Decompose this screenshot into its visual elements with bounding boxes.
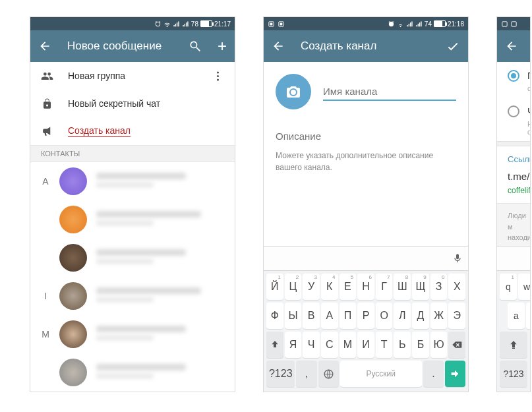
- group-icon: [41, 70, 53, 82]
- app-header: Новое сообщение +: [30, 30, 235, 62]
- key-s[interactable]: s: [526, 303, 531, 329]
- key-У[interactable]: У3: [303, 274, 320, 300]
- key-Й[interactable]: Й1: [266, 274, 283, 300]
- back-icon[interactable]: [38, 40, 51, 53]
- menu-new-secret-chat[interactable]: Новый секретный чат: [30, 90, 235, 117]
- symbols-key[interactable]: ?123: [500, 361, 527, 387]
- back-icon[interactable]: [505, 40, 518, 53]
- period-key[interactable]: .: [423, 361, 444, 387]
- contact-row[interactable]: M: [30, 315, 235, 353]
- confirm-icon[interactable]: [446, 39, 460, 53]
- suggestion-bar[interactable]: [264, 246, 468, 271]
- photo-button[interactable]: [276, 74, 311, 109]
- svg-rect-10: [512, 348, 515, 349]
- contact-row[interactable]: [30, 200, 235, 239]
- svg-point-1: [217, 74, 219, 76]
- radio-icon: [508, 70, 519, 82]
- svg-rect-8: [502, 21, 507, 26]
- keyboard: Й1Ц2У3К4Е5Н6Г7Ш8Щ9З0Х ФЫВАПРОЛДЖЭ ЯЧСМИТ…: [264, 246, 468, 392]
- key-q[interactable]: q1: [500, 274, 517, 300]
- avatar: [59, 167, 87, 195]
- key-Ю[interactable]: Ю: [430, 332, 448, 358]
- shift-key[interactable]: [500, 332, 527, 358]
- key-О[interactable]: О: [376, 303, 393, 329]
- key-Ч[interactable]: Ч: [303, 332, 320, 358]
- radio-label: Пу: [527, 71, 531, 81]
- more-icon[interactable]: [212, 70, 224, 82]
- suggestion-bar[interactable]: [497, 246, 530, 271]
- search-icon[interactable]: [189, 40, 202, 53]
- key-Ы[interactable]: Ы: [285, 303, 302, 329]
- key-З[interactable]: З0: [430, 274, 448, 300]
- comma-key[interactable]: ,: [296, 361, 316, 387]
- contact-info: [96, 287, 224, 305]
- channel-name-input[interactable]: [323, 83, 456, 101]
- avatar: [59, 359, 87, 386]
- battery-icon: [434, 20, 446, 27]
- channel-desc-input[interactable]: [276, 128, 456, 147]
- key-Э[interactable]: Э: [448, 303, 465, 329]
- contact-info: [96, 326, 224, 343]
- key-Д[interactable]: Д: [412, 303, 429, 329]
- radio-subtext: со: [497, 84, 531, 98]
- key-Ж[interactable]: Ж: [430, 303, 448, 329]
- key-Р[interactable]: Р: [357, 303, 374, 329]
- screenshot-icon: [501, 20, 508, 28]
- add-icon[interactable]: +: [218, 40, 227, 53]
- app-header: [497, 30, 530, 62]
- contact-row[interactable]: A: [30, 162, 235, 200]
- lang-key[interactable]: [318, 361, 339, 387]
- key-Б[interactable]: Б: [412, 332, 429, 358]
- menu-label: Создать канал: [68, 125, 131, 137]
- letter-index: M: [41, 329, 50, 339]
- svg-rect-9: [512, 21, 516, 26]
- contact-row[interactable]: [30, 353, 235, 392]
- key-Т[interactable]: Т: [376, 332, 393, 358]
- contact-row[interactable]: I: [30, 277, 235, 315]
- key-Щ[interactable]: Щ9: [412, 274, 429, 300]
- key-Я[interactable]: Я: [285, 332, 302, 358]
- contact-info: [96, 364, 224, 382]
- key-П[interactable]: П: [340, 303, 357, 329]
- key-В[interactable]: В: [303, 303, 320, 329]
- key-Ф[interactable]: Ф: [266, 303, 283, 329]
- menu-new-group[interactable]: Новая группа: [30, 62, 235, 90]
- key-А[interactable]: А: [321, 303, 338, 329]
- shift-key[interactable]: [266, 332, 283, 358]
- contact-row[interactable]: [30, 239, 235, 277]
- helper-text: Можете указать дополнительное описание в…: [276, 150, 456, 173]
- signal-icon: [173, 20, 180, 28]
- signal2-icon: [182, 20, 189, 28]
- signal-icon: [406, 20, 413, 28]
- key-w[interactable]: w2: [518, 274, 531, 300]
- key-С[interactable]: С: [321, 332, 338, 358]
- key-И[interactable]: И: [357, 332, 374, 358]
- key-a[interactable]: a: [508, 303, 525, 329]
- wifi-icon: [397, 20, 404, 28]
- radio-public[interactable]: Пу: [497, 62, 530, 84]
- radio-private[interactable]: Ча: [497, 98, 530, 120]
- letter-index: I: [41, 291, 50, 301]
- screenshot-icon: [268, 20, 275, 28]
- key-Ь[interactable]: Ь: [394, 332, 411, 358]
- mic-icon[interactable]: [452, 253, 463, 264]
- app-header: Создать канал: [264, 30, 468, 62]
- key-Л[interactable]: Л: [394, 303, 411, 329]
- header-title: Создать канал: [301, 40, 430, 53]
- key-М[interactable]: М: [340, 332, 357, 358]
- key-Н[interactable]: Н6: [357, 274, 374, 300]
- key-Ц[interactable]: Ц2: [285, 274, 302, 300]
- link-available: coffelif: [508, 186, 519, 195]
- enter-key[interactable]: [445, 361, 465, 387]
- key-К[interactable]: К4: [321, 274, 338, 300]
- backspace-key[interactable]: [448, 332, 465, 358]
- key-Х[interactable]: Х: [448, 274, 465, 300]
- key-Е[interactable]: Е5: [340, 274, 357, 300]
- radio-subtext: На со: [497, 120, 531, 141]
- space-key[interactable]: Русский: [340, 361, 422, 387]
- back-icon[interactable]: [272, 40, 285, 53]
- symbols-key[interactable]: ?123: [266, 361, 295, 387]
- key-Ш[interactable]: Ш8: [394, 274, 411, 300]
- menu-new-channel[interactable]: Создать канал: [30, 117, 235, 145]
- key-Г[interactable]: Г7: [376, 274, 393, 300]
